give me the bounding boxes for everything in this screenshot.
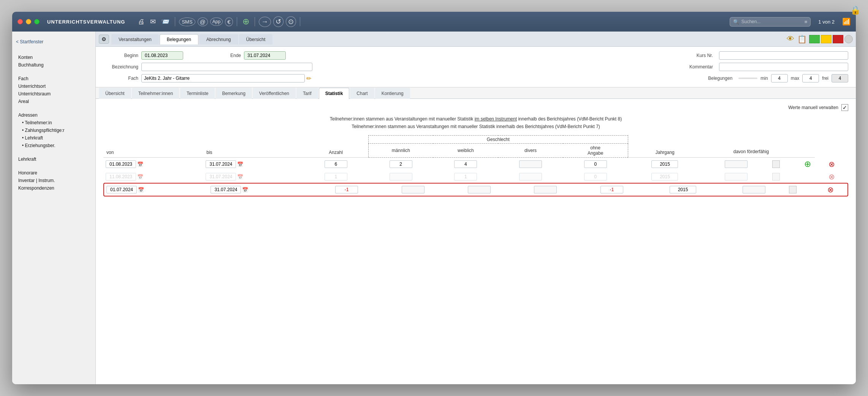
nav-tab-teilnehmer[interactable]: Teilnehmer:innen [132,88,179,99]
fach-edit-icon[interactable]: ✏ [306,75,311,82]
nav-tab-chart[interactable]: Chart [350,88,374,99]
foerder-0[interactable] [725,160,748,168]
date-von-0[interactable] [106,160,136,168]
jahrgang-1[interactable] [651,173,678,181]
nav-tab-ubersicht[interactable]: Übersicht [99,88,131,99]
sidebar-item-erziehungsber[interactable]: • Erziehungsber. [16,142,92,149]
sidebar-item-unterrichtsort[interactable]: Unterrichtsort [16,82,92,90]
date-bis-1[interactable] [206,173,236,181]
close-button[interactable] [17,19,23,24]
tab-belegungen[interactable]: Belegungen [160,34,198,44]
foerder-2[interactable] [743,186,765,193]
nav-tab-terminliste[interactable]: Terminliste [180,88,215,99]
calendar-von-2-icon[interactable]: 📅 [138,187,144,193]
calendar-von-1-icon[interactable]: 📅 [137,174,143,180]
kommentar-input[interactable] [719,63,848,71]
ohne-angabe-1[interactable] [584,173,607,181]
date-bis-0[interactable] [206,160,236,168]
sms-icon[interactable]: SMS [179,17,195,26]
mail-icon[interactable]: 📨 [160,16,171,27]
sidebar-item-lehrkraft[interactable]: Lehrkraft [16,155,92,163]
back-button[interactable]: < Startfenster [16,38,92,46]
delete-row-1-button[interactable]: ⊗ [827,173,836,181]
manual-values-checkbox[interactable]: ✓ [841,104,848,111]
maennlich-0[interactable] [390,160,412,168]
delete-row-0-button[interactable]: ⊗ [827,160,836,168]
delete-row-2-button[interactable]: ⊗ [826,185,835,194]
divers-0[interactable] [519,160,542,168]
anzahl-1[interactable] [325,173,347,181]
add-row-button[interactable]: ⊕ [803,159,813,169]
weiblich-2[interactable] [468,186,491,193]
sidebar-item-inventar[interactable]: Inventar | Instrum. [16,177,92,184]
nav-tab-tarif[interactable]: Tarif [296,88,318,99]
calendar-bis-0-icon[interactable]: 📅 [237,162,243,167]
calendar-bis-2-icon[interactable]: 📅 [242,187,248,193]
nav-tab-bemerkung[interactable]: Bemerkung [215,88,252,99]
foerder-check-1[interactable] [772,173,780,181]
sidebar-item-adressen[interactable]: Adressen [16,111,92,119]
nav-tab-statistik[interactable]: Statistik [319,88,350,99]
ohne-angabe-2[interactable] [600,186,623,193]
plus-circle-icon[interactable]: ⊕ [241,15,251,28]
sidebar-item-fach[interactable]: Fach [16,75,92,82]
ende-input[interactable] [244,51,286,60]
sidebar-item-zahlungspflichtige[interactable]: • Zahlungspflichtige:r [16,127,92,134]
search-input[interactable] [741,19,802,24]
fach-input[interactable] [141,74,305,82]
sidebar-item-konten[interactable]: Konten [16,54,92,61]
euro-icon[interactable]: € [225,17,233,26]
bezeichnung-input[interactable] [141,63,312,71]
beginn-input[interactable] [141,51,183,60]
maennlich-1[interactable] [390,173,412,181]
max-input[interactable] [802,74,819,82]
sidebar-item-teilnehmer[interactable]: • Teilnehmer:in [16,119,92,127]
tab-ubersicht[interactable]: Übersicht [239,34,273,44]
toggle-indicator[interactable] [844,35,853,43]
at-icon[interactable]: @ [198,17,208,26]
gear-button[interactable]: ⚙ [99,35,109,44]
weiblich-1[interactable] [454,173,477,181]
printer-icon[interactable]: 🖨 [136,16,146,27]
frei-input[interactable] [832,74,848,82]
jahrgang-0[interactable] [651,160,678,168]
search-circle-icon[interactable]: ⊙ [286,16,296,27]
foerder-1[interactable] [725,173,748,181]
sidebar-item-unterrichtsraum[interactable]: Unterrichtsraum [16,90,92,98]
date-bis-2[interactable] [211,186,241,193]
tab-abrechnung[interactable]: Abrechnung [199,34,238,44]
note-icon[interactable]: 📋 [797,35,807,44]
divers-1[interactable] [519,173,542,181]
calendar-von-0-icon[interactable]: 📅 [137,162,143,167]
divers-2[interactable] [534,186,557,193]
weiblich-0[interactable] [454,160,477,168]
anzahl-2[interactable] [335,186,358,193]
sidebar-item-honorare[interactable]: Honorare [16,169,92,177]
eye-icon[interactable]: 👁 [787,35,794,43]
arrow-right-icon[interactable]: → [259,17,271,27]
anzahl-0[interactable] [325,160,347,168]
nav-tab-veroffentlichen[interactable]: Veröffentlichen [253,88,296,99]
date-von-2[interactable] [106,186,137,193]
refresh-icon[interactable]: ↺ [273,16,284,27]
kurs-nr-input[interactable] [719,51,848,60]
jahrgang-2[interactable] [670,186,696,193]
date-von-1[interactable] [106,173,136,181]
calendar-bis-1-icon[interactable]: 📅 [237,174,243,180]
sidebar-item-lehrkraft-bullet[interactable]: • Lehrkraft [16,134,92,142]
foerder-check-0[interactable] [772,160,780,168]
ohne-angabe-0[interactable] [584,160,607,168]
tab-veranstaltungen[interactable]: Veranstaltungen [111,34,159,44]
sidebar-item-korrespondenzen[interactable]: Korrespondenzen [16,184,92,192]
minimize-button[interactable] [26,19,31,24]
search-bar[interactable]: 🔍 ≡ [730,17,811,27]
mail-open-icon[interactable]: ✉ [149,16,157,27]
app-icon[interactable]: App [210,17,223,26]
foerder-check-2[interactable] [789,186,797,193]
maximize-button[interactable] [34,19,40,24]
maennlich-2[interactable] [402,186,424,193]
nav-tab-kontierung[interactable]: Kontierung [375,88,410,99]
sidebar-item-areal[interactable]: Areal [16,98,92,105]
sidebar-item-buchhaltung[interactable]: Buchhaltung [16,61,92,69]
min-input[interactable] [771,74,788,82]
